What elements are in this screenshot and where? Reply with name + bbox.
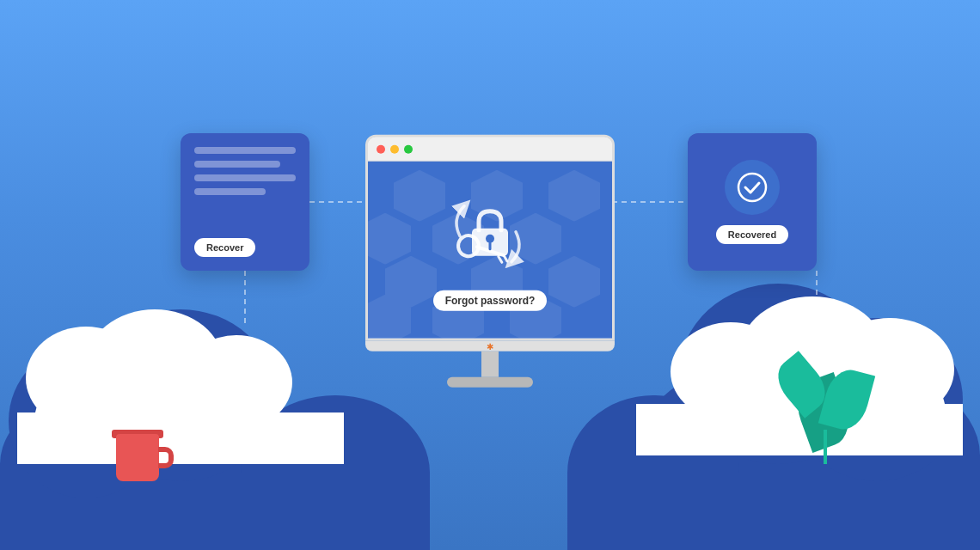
recovered-card: Recovered — [688, 133, 817, 271]
card-line-2 — [194, 161, 280, 168]
lock-illustration: Forgot password? — [433, 189, 548, 311]
titlebar-dot-green — [404, 144, 413, 153]
card-line-4 — [194, 188, 266, 195]
teal-leaves — [774, 327, 877, 464]
card-line-3 — [194, 174, 296, 181]
svg-line-8 — [504, 255, 507, 261]
monitor-screen: Forgot password? — [365, 135, 615, 341]
monitor-container: Forgot password? ✱ — [361, 135, 619, 427]
svg-point-10 — [486, 235, 494, 243]
monitor-logo: ✱ — [487, 341, 493, 351]
check-icon — [737, 172, 768, 203]
monitor-base — [447, 377, 533, 388]
recover-card: Recover — [181, 133, 309, 271]
coffee-cup — [112, 421, 163, 481]
recovered-button: Recovered — [716, 225, 788, 244]
titlebar-dot-red — [377, 144, 385, 153]
scene: Recover Recovered — [0, 0, 980, 550]
monitor-content: Forgot password? — [368, 162, 612, 339]
monitor-neck — [481, 351, 499, 377]
recover-button[interactable]: Recover — [194, 238, 255, 257]
forgot-password-badge: Forgot password? — [433, 290, 548, 311]
monitor-bottom-bar: ✱ — [365, 341, 615, 351]
titlebar-dot-yellow — [390, 144, 399, 153]
svg-line-7 — [499, 256, 502, 262]
white-cloud-left — [17, 327, 344, 464]
svg-point-4 — [738, 174, 766, 201]
monitor-titlebar — [368, 138, 612, 162]
card-line-1 — [194, 147, 296, 154]
lock-svg — [443, 189, 537, 284]
checkmark-circle — [725, 160, 780, 215]
